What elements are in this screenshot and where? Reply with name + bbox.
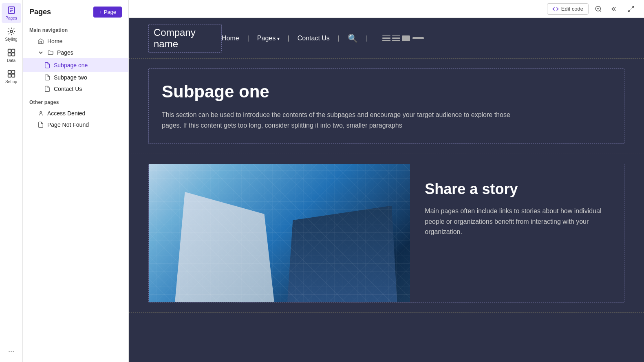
site-logo: Company name [148,24,222,53]
toolbar: Edit code [129,0,644,18]
add-page-button[interactable]: + Page [93,7,122,18]
subpage-section-outline: Subpage one This section can be used to … [148,68,624,144]
sidebar-item-setup[interactable]: Set up [2,67,21,86]
nav-item-access-denied-label: Access Denied [47,110,122,117]
nav-item-pages-folder[interactable]: Pages [23,47,128,58]
nav-item-subpage-one[interactable]: Subpage one ··· [23,58,128,72]
nav-item-page-not-found-label: Page Not Found [47,121,122,128]
svg-line-15 [600,10,601,11]
page-icon-contact [44,86,51,92]
sidebar-header: Pages + Page [23,5,128,22]
nav-dividers [382,35,424,41]
svg-rect-7 [8,53,11,56]
nav-item-contact-us[interactable]: Contact Us [23,83,128,95]
svg-rect-12 [11,74,14,77]
nav-separator-4: | [366,35,368,42]
site-preview: Company name Home | Pages | Contact Us |… [129,18,644,362]
site-nav-links: Home | Pages | Contact Us | 🔍 | [222,33,424,43]
nav-item-access-denied[interactable]: Access Denied [23,108,128,119]
nav-item-contact-us-label: Contact Us [54,86,122,92]
icon-rail: Pages Styling Data Set up ··· [0,0,23,362]
edit-code-button[interactable]: Edit code [547,3,589,15]
divider-line [412,37,424,39]
nav-item-subpage-one-label: Subpage one [54,62,112,68]
sidebar-item-styling[interactable]: Styling [2,24,21,44]
divider-block-3 [402,35,410,41]
fullscreen-icon [627,5,635,13]
sidebar-item-pages[interactable]: Pages [2,3,21,23]
zoom-out-icon [611,5,618,13]
nav-item-home-label: Home [47,38,122,44]
svg-rect-11 [8,74,11,77]
site-nav-pages[interactable]: Pages [257,35,280,42]
zoom-in-icon [595,5,602,13]
nav-separator-2: | [288,35,289,42]
story-section: Share a story Main pages often include l… [129,154,644,313]
sidebar-item-data[interactable]: Data [2,46,21,65]
story-section-outline: Share a story Main pages often include l… [148,164,624,302]
edit-code-icon [552,6,559,12]
nav-item-page-not-found[interactable]: Page Not Found [23,119,128,130]
nav-item-subpage-two-label: Subpage two [54,74,122,81]
svg-line-19 [628,9,630,11]
subpage-description: This section can be used to introduce th… [162,110,529,130]
page-not-found-icon [37,121,44,128]
svg-rect-6 [11,49,14,52]
zoom-in-button[interactable] [592,2,605,15]
nav-separator-3: | [338,35,340,42]
page-icon-two [44,74,51,81]
main-nav-label: Main navigation [23,22,128,35]
site-nav-bar: Company name Home | Pages | Contact Us |… [129,18,644,59]
nav-item-subpage-two[interactable]: Subpage two [23,72,128,83]
home-icon [37,38,44,44]
svg-rect-10 [11,71,14,73]
svg-point-13 [40,111,42,113]
svg-rect-8 [11,53,14,56]
site-nav-contact[interactable]: Contact Us [298,35,330,42]
divider-block-2 [392,35,400,41]
divider-block-1 [382,35,390,41]
other-pages-label: Other pages [23,95,128,108]
subpage-title: Subpage one [162,82,611,102]
person-page-icon [37,110,44,117]
story-image [149,164,410,302]
svg-rect-9 [8,71,11,73]
sidebar: Pages + Page Main navigation Home Pages … [23,0,129,362]
main-area: Edit code [129,0,644,362]
story-title: Share a story [425,181,609,198]
nav-item-home[interactable]: Home [23,35,128,47]
nav-item-pages-label: Pages [57,49,122,56]
nav-separator-1: | [247,35,249,42]
fullscreen-button[interactable] [624,2,637,15]
search-icon[interactable]: 🔍 [348,33,358,43]
svg-line-18 [632,6,634,8]
folder-icon [47,49,54,56]
sidebar-title: Pages [29,8,51,16]
subpage-section: Subpage one This section can be used to … [129,59,644,154]
zoom-out-button[interactable] [608,2,621,15]
chevron-down-icon [37,49,44,56]
more-options-icon[interactable]: ··· [8,347,14,355]
image-grid-overlay [149,164,410,302]
svg-rect-5 [8,49,11,52]
site-nav-home[interactable]: Home [222,35,239,42]
svg-point-4 [10,30,13,33]
page-icon [44,62,51,68]
story-description: Main pages often include links to storie… [425,206,609,237]
story-text-area: Share a story Main pages often include l… [410,164,624,302]
